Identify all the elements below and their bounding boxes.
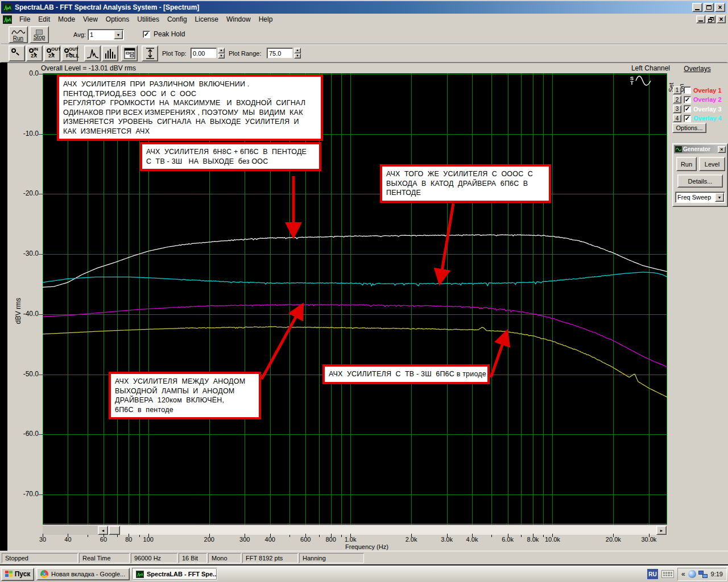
options-dialog-icon[interactable] bbox=[121, 45, 138, 61]
x-tick-label: 40 bbox=[64, 536, 71, 543]
overlay-4-checkbox[interactable]: ✓ bbox=[684, 115, 691, 122]
avg-dropdown-arrow[interactable]: ▼ bbox=[114, 30, 123, 39]
maximize-button[interactable] bbox=[704, 3, 714, 12]
x-tick-label: 100 bbox=[143, 536, 154, 543]
generator-mode-select[interactable]: Freq Sweep ▼ bbox=[675, 192, 725, 203]
overlay-4-set-button[interactable]: 4 bbox=[673, 114, 681, 122]
stop-button[interactable]: Stop bbox=[30, 26, 49, 43]
taskbar-task-spectralab[interactable]: SpectraLAB - FFT Spe... bbox=[132, 568, 217, 580]
mdi-minimize-button[interactable] bbox=[696, 15, 705, 23]
x-tick-label: 800 bbox=[325, 536, 336, 543]
generator-level-button[interactable]: Level bbox=[699, 157, 725, 171]
y-tick-label: -60.0 bbox=[14, 430, 39, 438]
overlay-3-set-button[interactable]: 3 bbox=[673, 105, 681, 113]
taskbar: Пуск Новая вкладка - Google...SpectraLAB… bbox=[0, 566, 728, 582]
menu-mode[interactable]: Mode bbox=[54, 14, 79, 24]
overlays-options-button[interactable]: Options... bbox=[672, 123, 706, 133]
spectrum-view-icon[interactable] bbox=[84, 45, 101, 61]
overlay-4-label: Overlay 4 bbox=[693, 115, 722, 122]
spectrum-view: Overall Level = -13.01 dBV rms Left Chan… bbox=[0, 63, 728, 551]
minimize-button[interactable] bbox=[692, 3, 702, 12]
status-field-6: Hanning bbox=[299, 553, 364, 563]
spectrum-plot[interactable]: ST АЧХ УСИЛИТЕЛЯ ПРИ РАЗЛИЧНОМ ВКЛЮЧЕНИИ… bbox=[43, 73, 667, 525]
plot-range-input[interactable]: 75.0 bbox=[267, 48, 293, 59]
menu-options[interactable]: Options bbox=[102, 14, 133, 24]
avg-select[interactable]: 1 ▼ bbox=[88, 29, 124, 40]
zoom-out-2x-button[interactable]: OUT2X bbox=[44, 45, 60, 61]
frequency-scrollbar[interactable]: ◄ ► bbox=[43, 526, 667, 535]
menu-file[interactable]: File bbox=[15, 14, 34, 24]
mdi-restore-button[interactable] bbox=[706, 15, 715, 23]
run-button[interactable]: Run bbox=[9, 26, 28, 43]
menu-license[interactable]: License bbox=[191, 14, 222, 24]
y-tick-label: -70.0 bbox=[14, 490, 39, 498]
menu-help[interactable]: Help bbox=[255, 14, 277, 24]
overlay-1-label: Overlay 1 bbox=[693, 87, 722, 94]
zoom-in-2x-button[interactable]: IN2X bbox=[26, 45, 43, 61]
zoom-button[interactable] bbox=[9, 45, 25, 61]
scroll-thumb[interactable] bbox=[109, 526, 120, 535]
y-axis-title: dBV rms bbox=[14, 277, 22, 345]
title-bar: SpectraLAB - FFT Spectral Analysis Syste… bbox=[1, 1, 727, 14]
tray-clock: 9:19 bbox=[711, 571, 723, 577]
keyboard-icon[interactable] bbox=[661, 570, 674, 578]
zoom-out-full-button[interactable]: OUTFULL bbox=[61, 45, 78, 61]
x-tick-label: 80 bbox=[125, 536, 132, 543]
overlay-1-set-button[interactable]: 1 bbox=[673, 86, 681, 94]
status-field-0: Stopped bbox=[2, 553, 78, 563]
generator-details-button[interactable]: Details... bbox=[677, 174, 723, 188]
status-field-3: 16 Bit bbox=[179, 553, 207, 563]
language-indicator[interactable]: RU bbox=[647, 569, 658, 579]
transport-toolbar: Run Stop Avg: 1 ▼ ✓ Peak Hold bbox=[1, 25, 727, 44]
x-tick-label: 300 bbox=[239, 536, 250, 543]
plot-top-spinner[interactable]: ▲▼ bbox=[218, 48, 225, 59]
plot-top-input[interactable]: 0.00 bbox=[191, 48, 217, 59]
generator-run-button[interactable]: Run bbox=[676, 157, 697, 171]
x-tick-label: 30.0k bbox=[641, 536, 656, 543]
close-button[interactable]: × bbox=[715, 3, 725, 12]
scroll-right-button[interactable]: ► bbox=[656, 526, 667, 535]
channel-label: Left Channel bbox=[631, 64, 670, 72]
mdi-close-button[interactable]: × bbox=[717, 15, 726, 23]
menu-edit[interactable]: Edit bbox=[34, 14, 54, 24]
tray-network-icon[interactable] bbox=[698, 571, 708, 578]
overlay-3-checkbox[interactable]: ✓ bbox=[684, 105, 691, 113]
overlay-2-set-button[interactable]: 2 bbox=[673, 95, 681, 103]
x-tick-label: 400 bbox=[265, 536, 275, 543]
tray-collapse-icon[interactable]: « bbox=[681, 570, 685, 578]
x-tick-label: 60 bbox=[100, 536, 107, 543]
generator-title-bar[interactable]: Generator × bbox=[674, 145, 726, 153]
left-margin bbox=[0, 63, 7, 551]
status-field-5: FFT 8192 pts bbox=[242, 553, 298, 563]
app-window: SpectraLAB - FFT Spectral Analysis Syste… bbox=[0, 0, 728, 582]
annotation-arrow-3 bbox=[262, 307, 301, 379]
taskbar-task-chrome[interactable]: Новая вкладка - Google... bbox=[36, 568, 130, 580]
generator-close-icon[interactable]: × bbox=[718, 146, 726, 153]
chrome-icon bbox=[40, 570, 48, 578]
overlay-1-checkbox[interactable] bbox=[684, 86, 691, 94]
plot-range-spinner[interactable]: ▲▼ bbox=[294, 48, 301, 59]
generator-icon bbox=[675, 146, 682, 152]
plot-range-label: Plot Range: bbox=[229, 50, 261, 57]
x-tick-label: 200 bbox=[204, 536, 214, 543]
generator-title: Generator bbox=[683, 146, 710, 152]
x-tick-label: 600 bbox=[300, 536, 311, 543]
start-button[interactable]: Пуск bbox=[1, 568, 34, 581]
document-icon[interactable] bbox=[3, 15, 12, 24]
peak-hold-checkbox[interactable]: ✓ bbox=[143, 31, 150, 38]
menu-config[interactable]: Config bbox=[163, 14, 191, 24]
vertical-scale-icon[interactable] bbox=[142, 45, 158, 61]
x-tick-label: 2.0k bbox=[406, 536, 417, 543]
annotation-arrow-2 bbox=[440, 203, 453, 281]
menu-utilities[interactable]: Utilities bbox=[133, 14, 163, 24]
menu-bar: FileEditModeViewOptionsUtilitiesConfigLi… bbox=[1, 14, 727, 25]
status-field-1: Real Time bbox=[79, 553, 130, 563]
menu-view[interactable]: View bbox=[79, 14, 102, 24]
menu-window[interactable]: Window bbox=[222, 14, 255, 24]
overlays-title: Overlays bbox=[671, 65, 723, 73]
generator-mode-arrow[interactable]: ▼ bbox=[715, 193, 724, 202]
bar-graph-icon[interactable] bbox=[102, 45, 118, 61]
y-tick-label: -10.0 bbox=[14, 130, 39, 138]
tray-globe-icon[interactable] bbox=[688, 570, 696, 578]
overlay-2-checkbox[interactable]: ✓ bbox=[684, 96, 691, 103]
